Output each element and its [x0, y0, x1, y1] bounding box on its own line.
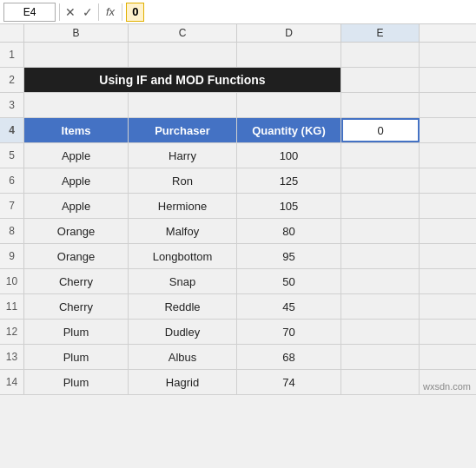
table-row: 4 Items Purchaser Quantity (KG) 0: [0, 118, 476, 143]
cell-e12[interactable]: [341, 320, 420, 344]
row-num-5: 5: [0, 143, 24, 168]
cell-e14[interactable]: [341, 370, 420, 394]
cell-e13[interactable]: [341, 345, 420, 369]
col-header-c[interactable]: C: [129, 24, 237, 42]
cell-e1[interactable]: [341, 43, 420, 67]
cell-c7[interactable]: Hermione: [129, 194, 237, 218]
table-row: 9 Orange Longbottom 95: [0, 244, 476, 269]
cell-e7[interactable]: [341, 194, 420, 218]
cell-d11[interactable]: 45: [237, 294, 341, 319]
cell-b12[interactable]: Plum: [24, 320, 129, 344]
cell-b11[interactable]: Cherry: [24, 294, 129, 319]
table-row: 5 Apple Harry 100: [0, 143, 476, 168]
row-num-1: 1: [0, 43, 24, 67]
row-num-2: 2: [0, 68, 24, 92]
cell-c12[interactable]: Dudley: [129, 320, 237, 344]
cell-c8[interactable]: Malfoy: [129, 219, 237, 243]
confirm-icon[interactable]: ✓: [81, 5, 95, 19]
table-row: 2 Using IF and MOD Functions: [0, 68, 476, 93]
formula-value-highlight: 0: [126, 3, 144, 22]
table-row: 8 Orange Malfoy 80: [0, 219, 476, 244]
cell-e11[interactable]: [341, 294, 420, 319]
cell-b14[interactable]: Plum: [24, 370, 129, 394]
cell-e5[interactable]: [341, 143, 420, 168]
cell-reference-box[interactable]: E4: [3, 3, 56, 22]
row-num-7: 7: [0, 194, 24, 218]
table-row: 7 Apple Hermione 105: [0, 194, 476, 219]
row-num-13: 13: [0, 345, 24, 369]
table-row: 6 Apple Ron 125: [0, 168, 476, 194]
row-num-3: 3: [0, 93, 24, 117]
cell-c13[interactable]: Albus: [129, 345, 237, 369]
formula-bar-divider1: [59, 3, 60, 21]
cell-b9[interactable]: Orange: [24, 244, 129, 268]
cell-b7[interactable]: Apple: [24, 194, 129, 218]
cell-e3[interactable]: [341, 93, 420, 117]
cell-d14[interactable]: 74: [237, 370, 341, 394]
cell-b3[interactable]: [24, 93, 129, 117]
cell-d8[interactable]: 80: [237, 219, 341, 243]
cell-purchaser-header[interactable]: Purchaser: [129, 118, 237, 142]
col-header-b[interactable]: B: [24, 24, 129, 42]
cell-d13[interactable]: 68: [237, 345, 341, 369]
cell-b1[interactable]: [24, 43, 129, 67]
cell-b8[interactable]: Orange: [24, 219, 129, 243]
cell-d5[interactable]: 100: [237, 143, 341, 168]
row-num-4: 4: [0, 118, 24, 142]
cell-d1[interactable]: [237, 43, 341, 67]
cell-e8[interactable]: [341, 219, 420, 243]
col-header-d[interactable]: D: [237, 24, 341, 42]
cell-d6[interactable]: 125: [237, 168, 341, 193]
cell-b6[interactable]: Apple: [24, 168, 129, 193]
formula-bar: E4 ✕ ✓ fx 0: [0, 0, 476, 24]
fx-label: fx: [106, 5, 115, 18]
cell-e9[interactable]: [341, 244, 420, 268]
row-num-9: 9: [0, 244, 24, 268]
cell-d7[interactable]: 105: [237, 194, 341, 218]
formula-bar-icons: ✕ ✓: [63, 5, 95, 19]
row-num-11: 11: [0, 294, 24, 319]
table-row: 1: [0, 43, 476, 68]
cell-e2[interactable]: [341, 68, 420, 92]
row-num-10: 10: [0, 269, 24, 293]
cell-b10[interactable]: Cherry: [24, 269, 129, 293]
row-num-6: 6: [0, 168, 24, 193]
cell-c6[interactable]: Ron: [129, 168, 237, 193]
cell-d3[interactable]: [237, 93, 341, 117]
formula-bar-divider2: [98, 3, 99, 21]
row-num-8: 8: [0, 219, 24, 243]
cell-d9[interactable]: 95: [237, 244, 341, 268]
cell-d12[interactable]: 70: [237, 320, 341, 344]
title-cell: Using IF and MOD Functions: [24, 68, 341, 92]
cell-c9[interactable]: Longbottom: [129, 244, 237, 268]
cell-e10[interactable]: [341, 269, 420, 293]
cell-c10[interactable]: Snap: [129, 269, 237, 293]
table-row: 10 Cherry Snap 50: [0, 269, 476, 294]
formula-bar-divider3: [122, 3, 122, 21]
table-row: 13 Plum Albus 68: [0, 345, 476, 370]
table-row: 11 Cherry Reddle 45: [0, 294, 476, 320]
cancel-icon[interactable]: ✕: [63, 5, 77, 19]
col-header-e[interactable]: E: [341, 24, 420, 42]
cell-e6[interactable]: [341, 168, 420, 193]
cell-c1[interactable]: [129, 43, 237, 67]
table-row: 12 Plum Dudley 70: [0, 320, 476, 345]
cell-items-header[interactable]: Items: [24, 118, 129, 142]
table-row: 3: [0, 93, 476, 118]
cell-c11[interactable]: Reddle: [129, 294, 237, 319]
cell-c14[interactable]: Hagrid: [129, 370, 237, 394]
cell-c5[interactable]: Harry: [129, 143, 237, 168]
cell-d10[interactable]: 50: [237, 269, 341, 293]
cell-b5[interactable]: Apple: [24, 143, 129, 168]
row-num-14: 14: [0, 370, 24, 394]
column-headers: B C D E: [0, 24, 476, 43]
cell-quantity-header[interactable]: Quantity (KG): [237, 118, 341, 142]
cell-b13[interactable]: Plum: [24, 345, 129, 369]
table-row: 14 Plum Hagrid 74: [0, 370, 476, 395]
spreadsheet: B C D E 1 2 Using IF and MOD Functions 3…: [0, 24, 476, 395]
cell-c3[interactable]: [129, 93, 237, 117]
row-num-12: 12: [0, 320, 24, 344]
corner-header: [0, 24, 24, 42]
cell-e4-active[interactable]: 0: [341, 118, 420, 142]
